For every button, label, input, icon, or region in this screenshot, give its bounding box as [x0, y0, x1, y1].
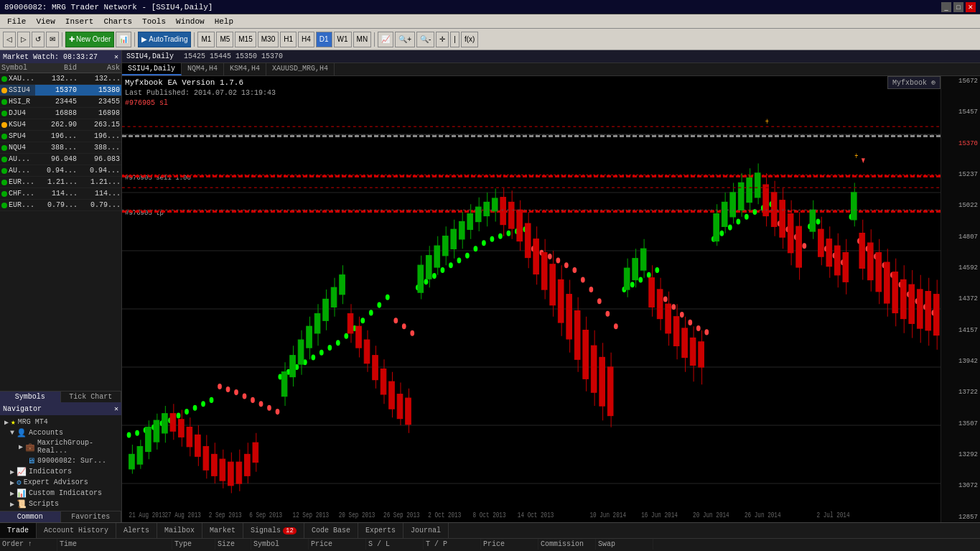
- mw-tab-symbols[interactable]: Symbols: [0, 392, 61, 402]
- term-tab-journal[interactable]: Journal: [403, 523, 449, 538]
- toolbar-btn-2[interactable]: ▷: [17, 32, 30, 47]
- price-label-15: 12857: [941, 514, 980, 521]
- period-sep-btn[interactable]: |: [450, 32, 459, 47]
- indicator-btn[interactable]: f(x): [461, 32, 478, 47]
- market-watch-row-7[interactable]: AU... 96.048 96.083: [0, 154, 121, 165]
- svg-text:10 Jun 2014: 10 Jun 2014: [589, 511, 626, 520]
- market-watch-row-3[interactable]: DJU4 16888 16898: [0, 108, 121, 119]
- svg-text:26 Jun 2014: 26 Jun 2014: [745, 511, 781, 520]
- chart-tab-ksm4[interactable]: KSM4,H4: [224, 63, 266, 75]
- nav-close-icon[interactable]: ✕: [114, 404, 118, 413]
- chart-scroll-area[interactable]: Myfxbook EA Version 1.7.6 Last Published…: [122, 76, 980, 522]
- mw-symbol-7: AU...: [0, 154, 35, 165]
- nav-custom-indicators[interactable]: ▶📊 Custom Indicators: [1, 488, 120, 499]
- mw-close-icon[interactable]: ✕: [114, 52, 118, 61]
- menu-help[interactable]: Help: [210, 17, 238, 27]
- svg-point-41: [490, 236, 495, 242]
- svg-rect-266: [818, 229, 823, 256]
- price-label-7: 14592: [941, 264, 980, 272]
- chart-tab-nqm4[interactable]: NQM4,H4: [182, 63, 224, 75]
- nav-accounts[interactable]: ▼👤 Accounts: [1, 427, 120, 438]
- new-order-button[interactable]: ✚ New Order: [65, 32, 114, 47]
- svg-point-79: [581, 277, 585, 282]
- tf-m5[interactable]: M5: [216, 32, 233, 47]
- term-tab-market[interactable]: Market: [202, 523, 243, 538]
- maximize-button[interactable]: □: [953, 2, 963, 12]
- nav-tab-common[interactable]: Common: [0, 511, 61, 522]
- nav-account-id[interactable]: 🖥 89006082: Sur...: [1, 455, 120, 466]
- term-tab-signals[interactable]: Signals 12: [243, 523, 304, 538]
- nav-expert-advisors[interactable]: ▶⚙ Expert Advisors: [1, 477, 120, 488]
- market-watch-row-9[interactable]: EUR... 1.21... 1.21...: [0, 177, 121, 188]
- tf-h1[interactable]: H1: [280, 32, 297, 47]
- tf-h4[interactable]: H4: [298, 32, 314, 47]
- term-tab-code-base[interactable]: Code Base: [304, 523, 358, 538]
- toolbar-btn-1[interactable]: ◁: [3, 32, 16, 47]
- market-watch-row-0[interactable]: XAU... 132... 132...: [0, 73, 121, 85]
- chart-tab-ssiu4[interactable]: SSIU4,Daily: [122, 63, 182, 75]
- price-label-9: 14157: [941, 327, 980, 334]
- svg-rect-284: [900, 280, 906, 319]
- menu-window[interactable]: Window: [172, 17, 209, 27]
- market-watch-row-5[interactable]: SPU4 196... 196...: [0, 131, 121, 142]
- crosshair-btn[interactable]: ✛: [436, 32, 449, 47]
- market-watch-row-2[interactable]: HSI_R 23445 23455: [0, 96, 121, 108]
- nav-maxrich[interactable]: ▶💼 MaxrichGroup-Real...: [1, 438, 120, 455]
- svg-rect-146: [467, 214, 473, 230]
- menu-insert[interactable]: Insert: [61, 17, 98, 27]
- mw-symbol-6: NQU4: [0, 142, 35, 153]
- menu-bar: File View Insert Charts Tools Window Hel…: [0, 14, 980, 29]
- tf-m30[interactable]: M30: [258, 32, 279, 47]
- svg-rect-186: [212, 455, 218, 476]
- nav-tab-favorites[interactable]: Favorites: [61, 511, 122, 522]
- term-tab-mailbox[interactable]: Mailbox: [157, 523, 202, 538]
- mw-tab-tick-chart[interactable]: Tick Chart: [61, 392, 122, 402]
- term-tab-alerts[interactable]: Alerts: [116, 523, 157, 538]
- tf-m1[interactable]: M1: [197, 32, 215, 47]
- term-tab-account-history[interactable]: Account History: [37, 523, 116, 538]
- term-tab-experts[interactable]: Experts: [358, 523, 403, 538]
- svg-point-33: [424, 279, 429, 284]
- menu-file[interactable]: File: [3, 17, 30, 27]
- tf-mn[interactable]: MN: [353, 32, 372, 47]
- tf-m15[interactable]: M15: [235, 32, 256, 47]
- mw-bid-0: 132...: [36, 73, 79, 84]
- term-tab-trade[interactable]: Trade: [0, 523, 37, 538]
- mw-bid-10: 114...: [36, 188, 79, 199]
- svg-rect-168: [747, 178, 752, 203]
- autotrading-button[interactable]: ▶ AutoTrading: [138, 32, 191, 47]
- chart-type-btn[interactable]: 📈: [378, 32, 393, 47]
- market-watch-row-8[interactable]: AU... 0.94... 0.94...: [0, 165, 121, 177]
- svg-text:+: +: [854, 151, 858, 161]
- toolbar-btn-3[interactable]: ↺: [32, 32, 45, 47]
- minimize-button[interactable]: _: [941, 2, 951, 12]
- chart-tab-xauusd[interactable]: XAUUSD_MRG,H4: [266, 63, 335, 75]
- zoom-in-btn[interactable]: 🔍+: [395, 32, 415, 47]
- svg-rect-208: [389, 381, 395, 409]
- menu-view[interactable]: View: [32, 17, 59, 27]
- zoom-out-btn[interactable]: 🔍-: [416, 32, 434, 47]
- nav-scripts[interactable]: ▶📜 Scripts: [1, 499, 120, 509]
- svg-rect-144: [459, 222, 465, 239]
- svg-rect-164: [730, 193, 736, 217]
- svg-point-30: [377, 302, 381, 308]
- nav-indicators[interactable]: ▶📈 Indicators: [1, 466, 120, 477]
- close-button[interactable]: ✕: [966, 2, 976, 12]
- toolbar-btn-4[interactable]: ✉: [46, 32, 59, 47]
- market-watch-row-4[interactable]: KSU4 262.90 263.15: [0, 119, 121, 131]
- mw-title: Market Watch: 08:33:27: [3, 53, 98, 61]
- nav-mrg-mt4[interactable]: ▶★ MRG MT4: [1, 417, 120, 427]
- menu-charts[interactable]: Charts: [99, 17, 136, 27]
- toolbar-btn-5[interactable]: 📊: [116, 32, 131, 47]
- candlestick-chart[interactable]: 21 Aug 2013 27 Aug 2013 2 Sep 2013 6 Sep…: [122, 76, 941, 522]
- tf-w1[interactable]: W1: [334, 32, 352, 47]
- terminal-table: Order ↑ Time Type Size Symbol Price S / …: [0, 539, 980, 551]
- menu-tools[interactable]: Tools: [138, 17, 170, 27]
- market-watch-row-10[interactable]: CHF... 114... 114...: [0, 188, 121, 200]
- mw-bid-6: 388...: [35, 142, 78, 153]
- svg-rect-158: [640, 249, 646, 270]
- market-watch-row-1[interactable]: SSIU4 15370 15380: [0, 85, 121, 96]
- tf-d1[interactable]: D1: [316, 32, 332, 47]
- market-watch-row-11[interactable]: EUR... 0.79... 0.79...: [0, 200, 121, 211]
- market-watch-row-6[interactable]: NQU4 388... 388...: [0, 142, 121, 154]
